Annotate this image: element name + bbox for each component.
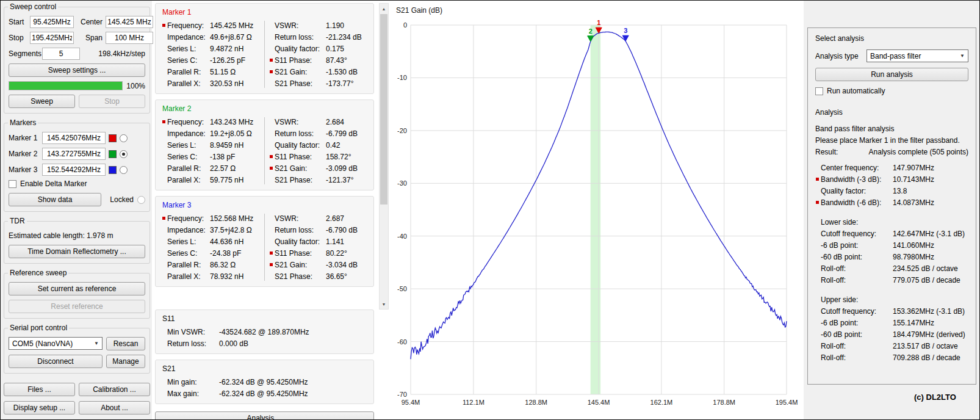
display-setup-button[interactable]: Display setup ...: [4, 401, 75, 415]
chevron-down-icon: ▼: [960, 53, 965, 59]
detail-value: 78.932 nH: [210, 272, 243, 281]
analysis-row: Roll-off:213.517 dB / octave: [815, 340, 968, 352]
detail-label: Return loss:: [275, 129, 326, 138]
detail-label: Series L:: [167, 45, 210, 53]
about-button[interactable]: About ...: [79, 401, 150, 415]
scroll-down-icon[interactable]: ▼: [380, 299, 388, 309]
detail-label: S21 Gain:: [275, 261, 326, 269]
analysis-row: Lower side:: [815, 216, 968, 228]
analysis-button[interactable]: Analysis ...: [155, 411, 374, 420]
analysis-label: -60 dB point:: [821, 330, 893, 339]
files-button[interactable]: Files ...: [4, 383, 75, 396]
detail-value: -3.099 dB: [326, 164, 358, 173]
marker-color-chip[interactable]: [109, 134, 117, 142]
start-label: Start: [9, 18, 27, 26]
enable-delta-marker-label: Enable Delta Marker: [20, 179, 87, 188]
reference-sweep-title: Reference sweep: [8, 269, 68, 277]
marker-select-radio[interactable]: [120, 150, 128, 158]
serial-port-value: COM5 (NanoVNA): [12, 339, 73, 348]
analysis-row: Quality factor:13.8: [815, 185, 968, 197]
detail-label: Quality factor:: [275, 45, 326, 53]
red-bullet-icon: [162, 120, 165, 123]
disconnect-button[interactable]: Disconnect: [9, 355, 103, 368]
analysis-result-row: Result: Analysis complete (505 points): [815, 147, 968, 158]
detail-label: S11 Phase:: [275, 153, 326, 161]
detail-label: S11 Phase:: [275, 56, 326, 65]
analysis-label: Roll-off:: [821, 276, 893, 284]
marker-color-chip[interactable]: [109, 150, 117, 158]
analysis-label: Roll-off:: [821, 342, 893, 350]
svg-text:2: 2: [589, 27, 593, 35]
detail-value: 2.687: [326, 214, 344, 223]
serial-port-title: Serial port control: [8, 324, 69, 332]
red-bullet-icon: [162, 217, 165, 220]
tdr-button[interactable]: Time Domain Reflectometry ...: [9, 245, 145, 258]
marker-color-chip[interactable]: [109, 166, 117, 174]
set-reference-button[interactable]: Set current as reference: [9, 282, 145, 295]
show-data-button[interactable]: Show data: [9, 193, 101, 206]
segments-input[interactable]: [42, 48, 80, 60]
svg-text:95.4M: 95.4M: [402, 399, 420, 406]
detail-label: Series C:: [167, 153, 210, 161]
analysis-label: Bandwidth (-6 dB):: [821, 198, 893, 207]
sweep-control-title: Sweep control: [8, 2, 58, 11]
s21-title: S21: [162, 364, 367, 373]
analysis-row: Bandwidth (-3 dB):10.7143MHz: [815, 173, 968, 185]
scroll-up-icon[interactable]: ▲: [380, 4, 388, 13]
detail-value: 0.175: [326, 45, 344, 53]
sweep-settings-button[interactable]: Sweep settings ...: [9, 63, 145, 77]
markers-group: Markers Marker 1Marker 2Marker 3 Enable …: [4, 123, 150, 212]
analysis-value: 213.517 dB / octave: [893, 342, 958, 350]
scroll-thumb[interactable]: [380, 14, 387, 205]
analysis-label: Quality factor:: [821, 187, 893, 195]
manage-button[interactable]: Manage: [106, 355, 145, 368]
analysis-type-select[interactable]: Band-pass filter ▼: [867, 49, 968, 62]
stop-input[interactable]: [30, 32, 74, 44]
calibration-button[interactable]: Calibration ...: [79, 383, 150, 396]
locked-radio[interactable]: [137, 196, 145, 204]
analysis-rows: Center frequency:147.907MHzBandwidth (-3…: [815, 162, 968, 363]
detail-value: 49.6+j8.67 Ω: [210, 33, 252, 42]
svg-text:-30: -30: [397, 179, 407, 187]
stat-label: Min VSWR:: [167, 328, 219, 336]
analysis-value: 98.7980MHz: [893, 253, 934, 261]
start-input[interactable]: [30, 16, 74, 28]
detail-value: 87.43°: [326, 56, 347, 65]
rescan-button[interactable]: Rescan: [106, 337, 145, 350]
detail-label: Frequency:: [167, 118, 210, 126]
run-analysis-button[interactable]: Run analysis: [815, 68, 968, 81]
serial-port-select[interactable]: COM5 (NanoVNA) ▼: [9, 337, 103, 350]
marker-frequency-input[interactable]: [42, 132, 106, 144]
sweep-button[interactable]: Sweep: [9, 95, 75, 108]
marker-select-radio[interactable]: [120, 134, 128, 142]
detail-label: S21 Phase:: [275, 176, 326, 184]
reference-sweep-group: Reference sweep Set current as reference…: [4, 273, 150, 319]
analysis-row: Cutoff frequency:142.647MHz (-3.1 dB): [815, 228, 968, 239]
reset-reference-button[interactable]: Reset reference: [9, 300, 145, 313]
detail-value: 8.9459 nH: [210, 141, 243, 150]
center-input[interactable]: [106, 16, 153, 28]
stop-button[interactable]: Stop: [79, 95, 145, 108]
detail-value: -6.799 dB: [326, 129, 358, 138]
marker-row: Marker 2: [9, 148, 145, 160]
red-bullet-icon: [270, 167, 273, 170]
detail-label: VSWR:: [275, 21, 326, 30]
run-automatically-checkbox[interactable]: [815, 87, 823, 95]
detail-label: Parallel X:: [167, 176, 210, 184]
marker-select-radio[interactable]: [120, 166, 128, 174]
span-input[interactable]: [106, 32, 153, 44]
stat-value: 0.000 dB: [219, 339, 248, 348]
svg-text:-10: -10: [397, 74, 407, 81]
result-value: Analysis complete (505 points): [869, 147, 968, 158]
analysis-value: 13.8: [893, 187, 907, 195]
analysis-row: -6 dB point:141.060MHz: [815, 239, 968, 251]
marker-detail-list: Marker 1Frequency:145.425 MHzImpedance:4…: [155, 3, 374, 287]
marker-frequency-input[interactable]: [42, 148, 106, 160]
marker-frequency-input[interactable]: [42, 164, 106, 176]
svg-text:3: 3: [624, 27, 627, 34]
detail-value: -126.25 pF: [210, 56, 245, 65]
red-bullet-icon: [162, 24, 165, 27]
vertical-scrollbar[interactable]: ▲ ▼: [379, 3, 389, 310]
detail-value: -121.37°: [326, 176, 354, 184]
enable-delta-marker-checkbox[interactable]: [9, 180, 16, 188]
